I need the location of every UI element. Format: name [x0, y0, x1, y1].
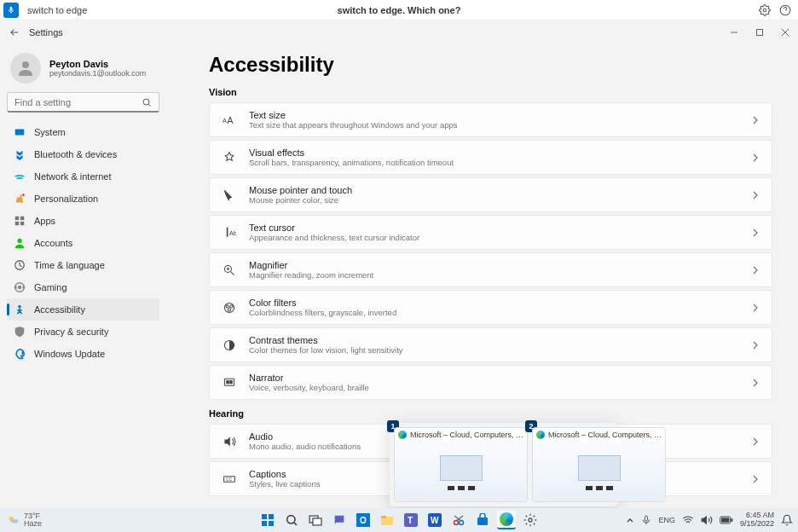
taskbar-store-button[interactable]: [473, 511, 492, 529]
volume-icon[interactable]: [701, 514, 713, 526]
start-button[interactable]: [258, 511, 277, 529]
svg-rect-63: [477, 518, 488, 525]
gear-icon[interactable]: [759, 4, 771, 16]
sidebar-item-personalization[interactable]: Personalization: [7, 188, 159, 210]
notification-icon[interactable]: [781, 514, 793, 526]
tile-magnifier[interactable]: MagnifierMagnifier reading, zoom increme…: [209, 252, 772, 287]
chevron-up-icon[interactable]: [626, 516, 634, 524]
profile[interactable]: Peyton Davis peytondavis.1@outlook.com: [7, 53, 159, 84]
svg-point-7: [143, 99, 149, 105]
tile-narrator[interactable]: NarratorVoice, verbosity, keyboard, brai…: [209, 365, 772, 400]
sidebar-item-apps[interactable]: Apps: [7, 210, 159, 232]
section-vision-label: Vision: [209, 87, 772, 97]
close-button[interactable]: [772, 20, 798, 44]
search-input[interactable]: [7, 92, 159, 113]
sidebar-item-bluetooth-devices[interactable]: Bluetooth & devices: [7, 143, 159, 165]
taskbar-edge-button[interactable]: [497, 511, 516, 529]
section-hearing-label: Hearing: [209, 408, 772, 419]
nav-label: Personalization: [34, 194, 98, 204]
edge-window-switcher: 1 Microsoft – Cloud, Computers, … 2 Micr…: [390, 423, 618, 506]
sidebar-item-windows-update[interactable]: Windows Update: [7, 343, 159, 365]
taskbar-search-button[interactable]: [282, 511, 301, 529]
nav-icon: [14, 326, 26, 338]
nav-icon: [14, 237, 26, 249]
cortana-question: switch to edge. Which one?: [338, 5, 461, 15]
sidebar-item-network-internet[interactable]: Network & internet: [7, 165, 159, 188]
cortana-input-text[interactable]: switch to edge: [27, 5, 87, 15]
tile-title: Text size: [249, 110, 751, 120]
help-icon[interactable]: [779, 4, 791, 16]
taskbar-chat-button[interactable]: [330, 511, 349, 529]
weather-widget[interactable]: 73°FHaze: [0, 512, 42, 528]
chevron-right-icon: [751, 475, 760, 483]
tile-icon: [222, 434, 237, 449]
search-icon: [142, 97, 152, 107]
taskbar-explorer-button[interactable]: [378, 511, 396, 529]
svg-rect-12: [20, 217, 24, 220]
chevron-right-icon: [751, 266, 760, 275]
tile-desc: Voice, verbosity, keyboard, braille: [249, 383, 751, 392]
sidebar-item-accessibility[interactable]: Accessibility: [7, 298, 159, 321]
tile-text-size[interactable]: AAText sizeText size that appears throug…: [209, 102, 772, 137]
sidebar-item-accounts[interactable]: Accounts: [7, 232, 159, 254]
tile-icon: [222, 188, 237, 203]
sidebar-item-gaming[interactable]: Gaming: [7, 276, 159, 298]
tile-color-filters[interactable]: Color filtersColorblindness filters, gra…: [209, 290, 772, 325]
edge-thumb-2[interactable]: Microsoft – Cloud, Computers, …: [532, 427, 666, 502]
language-indicator[interactable]: ENG: [658, 516, 675, 524]
profile-email: peytondavis.1@outlook.com: [49, 69, 146, 78]
edge-thumb-1[interactable]: Microsoft – Cloud, Computers, …: [394, 427, 528, 502]
sidebar-item-system[interactable]: System: [7, 121, 159, 143]
svg-point-18: [18, 286, 21, 289]
chevron-right-icon: [751, 116, 760, 124]
task-view-button[interactable]: [306, 511, 325, 529]
taskbar-teams-button[interactable]: T: [402, 511, 420, 529]
nav-icon: [14, 148, 26, 160]
edge-preview-1: [395, 442, 527, 501]
taskbar-outlook-button[interactable]: O: [354, 511, 373, 529]
tile-desc: Text size that appears throughout Window…: [249, 120, 751, 130]
tile-desc: Appearance and thickness, text cursor in…: [249, 233, 751, 242]
weather-icon: [7, 513, 20, 527]
svg-point-6: [22, 61, 29, 68]
date: 9/15/2022: [740, 520, 774, 529]
svg-rect-50: [313, 518, 321, 525]
sidebar: Peyton Davis peytondavis.1@outlook.com S…: [0, 44, 166, 508]
nav-label: Apps: [34, 216, 55, 226]
tray-mic-icon[interactable]: [641, 515, 651, 525]
svg-rect-46: [269, 521, 274, 526]
svg-point-59: [454, 521, 459, 525]
svg-point-31: [226, 304, 228, 307]
tile-mouse-pointer-and-touch[interactable]: Mouse pointer and touchMouse pointer col…: [209, 177, 772, 212]
back-icon[interactable]: [9, 26, 20, 38]
battery-icon[interactable]: [720, 515, 733, 525]
chevron-right-icon: [751, 228, 760, 237]
taskbar-snip-button[interactable]: [449, 511, 468, 529]
svg-point-47: [287, 516, 295, 523]
svg-text:Ab: Ab: [229, 229, 236, 237]
svg-rect-69: [731, 518, 732, 522]
cortana-mic-icon[interactable]: [3, 3, 19, 18]
wifi-icon[interactable]: [682, 514, 694, 526]
svg-rect-68: [721, 518, 729, 522]
svg-point-32: [230, 304, 233, 307]
tile-visual-effects[interactable]: Visual effectsScroll bars, transparency,…: [209, 140, 772, 175]
svg-text:W: W: [431, 516, 439, 525]
minimize-button[interactable]: [721, 20, 747, 44]
tile-desc: Mouse pointer color, size: [249, 195, 751, 205]
sidebar-item-time-language[interactable]: Time & language: [7, 254, 159, 276]
tile-title: Visual effects: [249, 147, 751, 158]
tile-contrast-themes[interactable]: Contrast themesColor themes for low visi…: [209, 327, 772, 362]
sidebar-item-privacy-security[interactable]: Privacy & security: [7, 321, 159, 343]
weather-cond: Haze: [24, 520, 42, 528]
tile-text-cursor[interactable]: AbText cursorAppearance and thickness, t…: [209, 215, 772, 250]
tile-desc: Scroll bars, transparency, animations, n…: [249, 158, 751, 167]
chevron-right-icon: [751, 341, 760, 350]
svg-point-42: [11, 519, 18, 523]
clock[interactable]: 6:45 AM9/15/2022: [740, 512, 774, 529]
maximize-button[interactable]: [747, 20, 772, 44]
taskbar-word-button[interactable]: W: [425, 511, 444, 529]
taskbar-settings-button[interactable]: [521, 511, 540, 529]
svg-rect-3: [757, 30, 763, 36]
search-field[interactable]: [14, 97, 142, 107]
